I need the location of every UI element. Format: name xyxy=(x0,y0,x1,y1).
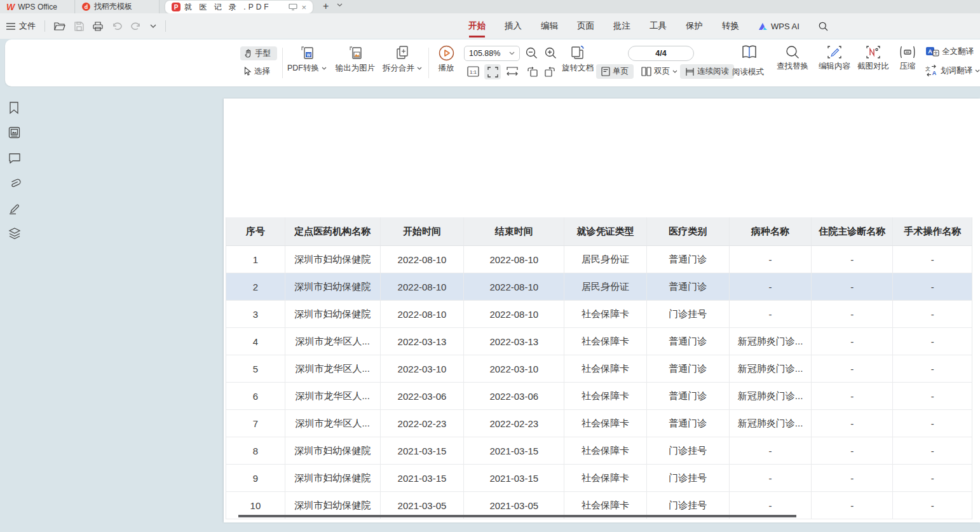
pdf-file-icon: P xyxy=(172,3,180,11)
header-cell: 开始时间 xyxy=(381,217,465,246)
tab-docer-templates[interactable]: d 找稻壳模板 xyxy=(76,0,160,13)
tab-protect[interactable]: 保护 xyxy=(686,20,703,32)
table-cell: 2022-03-10 xyxy=(464,355,564,383)
export-image-button[interactable]: 输出为图片 xyxy=(331,44,379,74)
table-cell: - xyxy=(812,355,893,383)
compress-icon xyxy=(899,45,916,59)
table-cell: 2022-08-10 xyxy=(464,273,564,301)
tab-list-chevron-icon[interactable] xyxy=(337,3,343,7)
fit-width-icon[interactable] xyxy=(506,66,519,77)
table-cell: - xyxy=(893,246,972,273)
word-translate-button[interactable]: 文 A 划词翻译 xyxy=(925,65,980,76)
signature-panel-icon[interactable] xyxy=(8,202,21,215)
tab-tools[interactable]: 工具 xyxy=(650,20,667,32)
attachment-panel-icon[interactable] xyxy=(8,177,21,190)
tab-wps-office[interactable]: W WPS Office xyxy=(0,0,75,13)
undo-icon[interactable] xyxy=(112,22,122,31)
table-cell: 深圳市妇幼保健院 xyxy=(285,246,381,273)
open-file-icon[interactable] xyxy=(54,22,65,31)
edit-content-button[interactable]: 编辑内容 xyxy=(815,45,854,72)
file-menu-button[interactable]: 文件 xyxy=(6,20,36,32)
table-cell: 4 xyxy=(226,328,285,355)
tab-edit[interactable]: 编辑 xyxy=(541,20,558,32)
tab-label: 找稻壳模板 xyxy=(94,1,132,12)
table-cell: - xyxy=(730,246,812,273)
play-button[interactable]: 播放 xyxy=(432,45,460,74)
table-cell: - xyxy=(893,301,972,328)
header-cell: 序号 xyxy=(226,217,285,246)
split-merge-button[interactable]: 拆分合并 xyxy=(379,44,425,74)
table-cell: - xyxy=(812,273,893,301)
rotate-right-icon[interactable] xyxy=(544,66,556,77)
table-cell: 社会保障卡 xyxy=(564,383,647,410)
tab-insert[interactable]: 插入 xyxy=(505,20,522,32)
ribbon-tabs: 开始 插入 编辑 页面 批注 工具 保护 转换 WPS AI xyxy=(468,13,828,39)
new-tab-icon[interactable]: + xyxy=(323,1,329,12)
double-page-button[interactable]: 双页 xyxy=(637,64,681,79)
table-cell: 新冠肺炎门诊... xyxy=(730,410,812,437)
header-cell: 就诊凭证类型 xyxy=(564,217,647,246)
thumbnail-panel-icon[interactable] xyxy=(8,126,20,139)
layers-panel-icon[interactable] xyxy=(8,227,21,240)
continuous-read-button[interactable]: 连续阅读 xyxy=(680,64,734,79)
single-page-label: 单页 xyxy=(613,66,629,77)
pdf-page-canvas[interactable]: 序号定点医药机构名称开始时间结束时间就诊凭证类型医疗类别病种名称住院主诊断名称手… xyxy=(224,99,980,522)
chevron-down-icon xyxy=(672,70,677,73)
monitor-icon[interactable] xyxy=(289,3,297,11)
zoom-out-icon[interactable] xyxy=(526,47,538,59)
zoom-level-select[interactable]: 105.88% xyxy=(464,46,520,61)
wps-office-window: W WPS Office d 找稻壳模板 P 就 医 记 录 .PDF × + xyxy=(0,0,980,532)
read-mode-book-icon[interactable] xyxy=(741,44,758,60)
table-cell: 深圳市妇幼保健院 xyxy=(285,465,381,492)
svg-text:A: A xyxy=(928,48,932,55)
table-row: 1深圳市妇幼保健院2022-08-102022-08-10居民身份证普通门诊--… xyxy=(226,246,972,273)
chevron-down-icon xyxy=(975,69,980,72)
search-icon[interactable] xyxy=(819,22,828,31)
table-cell: - xyxy=(812,437,893,465)
tab-home[interactable]: 开始 xyxy=(468,20,486,32)
table-row: 6深圳市龙华区人...2022-03-062022-03-06社会保障卡普通门诊… xyxy=(226,383,972,410)
bookmark-panel-icon[interactable] xyxy=(8,102,20,114)
actual-size-icon[interactable]: 1:1 xyxy=(467,66,479,77)
fit-page-button[interactable] xyxy=(484,64,501,79)
rotate-document-icon xyxy=(569,44,586,61)
single-page-button[interactable]: 单页 xyxy=(596,64,634,79)
pdf-convert-label: PDF转换 xyxy=(287,63,319,74)
tab-comment[interactable]: 批注 xyxy=(613,20,630,32)
save-icon[interactable] xyxy=(74,22,84,31)
table-cell: 6 xyxy=(226,383,285,410)
select-tool-button[interactable]: 选择 xyxy=(240,64,277,78)
tab-document-active[interactable]: P 就 医 记 录 .PDF × xyxy=(165,1,313,13)
wps-ai-button[interactable]: WPS AI xyxy=(758,22,800,31)
pdf-convert-button[interactable]: W PDF转换 xyxy=(283,44,331,74)
rotate-document-button[interactable]: 旋转文档 xyxy=(554,44,601,74)
svg-text:1:1: 1:1 xyxy=(470,69,477,75)
page-indicator-input[interactable]: 4/4 xyxy=(628,46,694,61)
full-translate-button[interactable]: A 文 全文翻译 xyxy=(925,46,974,57)
find-replace-button[interactable]: 查找替换 xyxy=(773,45,812,72)
table-cell: - xyxy=(730,437,812,465)
tab-convert[interactable]: 转换 xyxy=(722,20,739,32)
table-cell: 2021-03-15 xyxy=(381,465,465,492)
table-cell: 2022-08-10 xyxy=(464,246,564,273)
table-row: 2深圳市妇幼保健院2022-08-102022-08-10居民身份证普通门诊--… xyxy=(226,273,972,301)
table-cell: 新冠肺炎门诊... xyxy=(730,328,812,355)
redo-icon[interactable] xyxy=(131,22,141,31)
table-cell: 7 xyxy=(226,410,285,437)
page-indicator-value: 4/4 xyxy=(655,49,666,58)
print-icon[interactable] xyxy=(93,22,103,31)
comment-panel-icon[interactable] xyxy=(8,153,21,164)
edit-content-icon xyxy=(827,45,842,59)
tab-page[interactable]: 页面 xyxy=(577,20,594,32)
wps-ai-icon xyxy=(758,22,768,31)
read-mode-label[interactable]: 阅读模式 xyxy=(732,67,764,78)
hand-tool-button[interactable]: 手型 xyxy=(240,46,277,60)
close-tab-icon[interactable]: × xyxy=(301,3,306,12)
table-cell: 2021-03-15 xyxy=(464,437,564,465)
screenshot-compare-button[interactable]: 截图对比 xyxy=(854,45,892,72)
table-header-row: 序号定点医药机构名称开始时间结束时间就诊凭证类型医疗类别病种名称住院主诊断名称手… xyxy=(226,217,972,246)
divider xyxy=(44,20,45,32)
rotate-left-icon[interactable] xyxy=(526,66,538,77)
quick-access-chevron-icon[interactable] xyxy=(150,24,156,28)
compress-button[interactable]: 压缩 xyxy=(894,45,921,72)
